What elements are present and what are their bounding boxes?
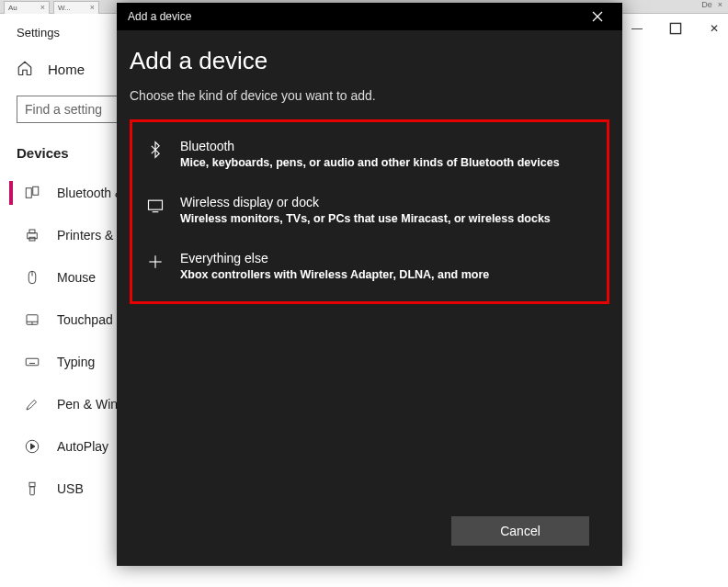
minimize-icon[interactable]: — [631,22,643,35]
svg-rect-18 [29,482,35,487]
add-device-dialog: Add a device Add a device Choose the kin… [117,3,622,566]
plus-icon [143,251,167,281]
browser-tab[interactable]: W... × [53,1,99,14]
option-bluetooth[interactable]: Bluetooth Mice, keyboards, pens, or audi… [136,128,603,184]
svg-rect-3 [28,233,38,239]
option-title: Wireless display or dock [180,195,551,209]
sidebar-item-label: AutoPlay [57,439,108,454]
svg-rect-22 [149,200,163,209]
search-placeholder: Find a setting [25,102,102,117]
display-icon [143,195,167,225]
printer-icon [24,227,40,243]
option-desc: Mice, keyboards, pens, or audio and othe… [180,156,560,169]
option-wireless-display[interactable]: Wireless display or dock Wireless monito… [136,184,603,240]
dialog-subtitle: Choose the kind of device you want to ad… [130,88,609,103]
svg-rect-0 [670,23,680,33]
close-icon[interactable]: ✕ [708,22,721,35]
option-title: Bluetooth [180,139,560,153]
pen-icon [24,396,40,412]
svg-rect-11 [26,358,39,366]
sidebar-item-label: Typing [57,355,95,369]
dialog-title: Add a device [128,10,191,23]
svg-rect-19 [30,487,35,495]
dialog-heading: Add a device [130,47,609,75]
svg-rect-4 [29,230,35,233]
option-everything-else[interactable]: Everything else Xbox controllers with Wi… [136,240,603,296]
option-desc: Xbox controllers with Wireless Adapter, … [180,268,489,281]
browser-tab[interactable]: Au × [4,1,50,14]
tab-label: Au [8,4,17,12]
tab-label: W... [58,4,71,12]
maximize-icon[interactable] [669,22,682,35]
close-icon[interactable]: × [90,3,95,12]
option-title: Everything else [180,251,489,265]
options-highlight-box: Bluetooth Mice, keyboards, pens, or audi… [130,119,609,304]
devices-icon [24,185,40,201]
keyboard-icon [24,354,40,370]
sidebar-item-label: Mouse [57,270,96,285]
close-icon[interactable]: × [718,0,722,9]
svg-rect-2 [33,186,39,195]
close-icon[interactable]: × [40,3,45,12]
home-icon [17,60,33,79]
sidebar-item-label: Touchpad [57,312,113,327]
bluetooth-icon [143,139,167,169]
svg-rect-1 [26,188,31,198]
dialog-titlebar: Add a device [117,3,622,30]
home-label: Home [48,62,85,77]
window-controls: — ✕ [631,22,721,35]
autoplay-icon [24,438,40,455]
usb-icon [24,480,40,497]
option-desc: Wireless monitors, TVs, or PCs that use … [180,212,551,225]
tab-label: De [701,0,712,9]
close-icon[interactable] [584,3,611,30]
cancel-button[interactable]: Cancel [451,516,589,546]
sidebar-item-label: USB [57,481,84,496]
touchpad-icon [24,311,40,328]
mouse-icon [24,269,40,286]
svg-marker-17 [31,444,36,449]
browser-tab-right: De × [701,0,722,9]
